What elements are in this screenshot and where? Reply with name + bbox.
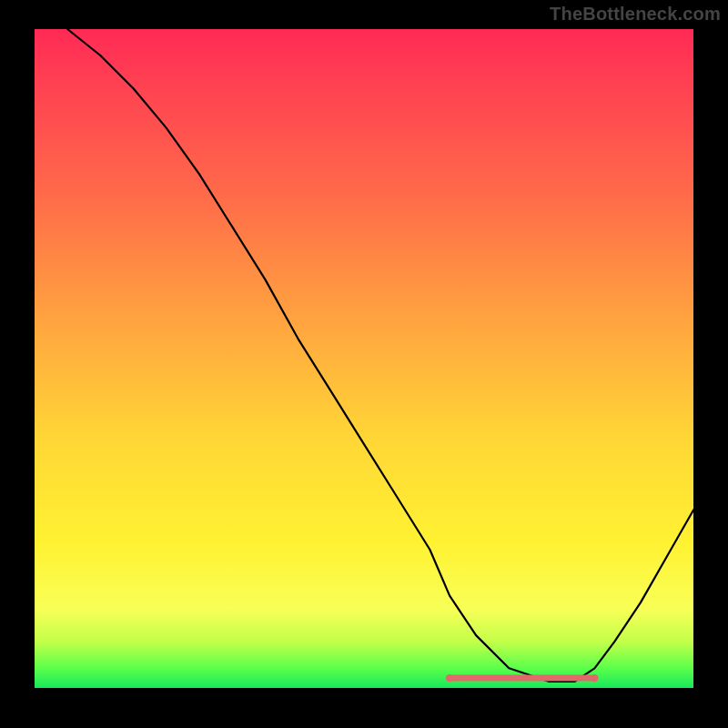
optimal-region-dot-right xyxy=(591,674,598,682)
plot-area xyxy=(35,29,693,688)
bottleneck-curve xyxy=(67,29,693,682)
curve-svg xyxy=(35,29,693,688)
chart-container: TheBottleneck.com xyxy=(0,0,728,728)
optimal-region-dot-left xyxy=(446,674,453,682)
watermark-label: TheBottleneck.com xyxy=(550,4,721,25)
